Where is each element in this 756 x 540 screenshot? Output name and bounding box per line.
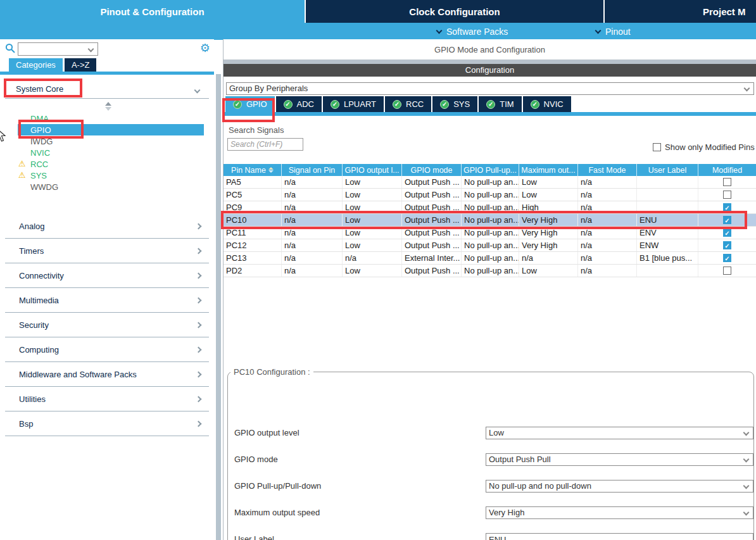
search-signals-input[interactable] xyxy=(227,138,303,151)
cell-modified: ✓ xyxy=(698,239,756,251)
modified-checkbox[interactable] xyxy=(723,178,731,186)
sidebar-category-connectivity[interactable]: Connectivity xyxy=(5,263,209,288)
sidebar-category-analog[interactable]: Analog xyxy=(5,214,209,239)
column-header-label: Pin Name xyxy=(231,166,266,175)
cell-signal-on-pin: n/a xyxy=(282,201,343,213)
category-system-core[interactable]: System Core xyxy=(16,84,63,94)
sort-icon[interactable] xyxy=(268,167,274,173)
cell-gpio-mode: Output Push ... xyxy=(402,214,462,226)
column-header-label: User Label xyxy=(648,166,686,175)
peripheral-tab-label: RCC xyxy=(406,99,424,109)
peripheral-tab-nvic[interactable]: ✓NVIC xyxy=(523,96,571,112)
table-row-pc12[interactable]: PC12n/aLowOutput Push ...No pull-up an..… xyxy=(224,239,756,252)
group-by-dropdown[interactable]: Group By Peripherals xyxy=(226,82,754,95)
peripheral-tab-label: NVIC xyxy=(544,99,564,109)
field-select-maximum-output-speed[interactable]: Very High xyxy=(486,506,753,519)
sidebar-item-dma[interactable]: DMA xyxy=(18,113,204,124)
sidebar-item-rcc[interactable]: ⚠RCC xyxy=(18,158,204,170)
sort-control-icon[interactable] xyxy=(105,102,111,111)
modified-checkbox[interactable] xyxy=(723,191,731,199)
sidebar-item-sys[interactable]: ⚠SYS xyxy=(18,170,204,181)
show-only-modified-pins[interactable]: Show only Modified Pins xyxy=(653,142,755,152)
table-row-pd2[interactable]: PD2n/aLowOutput Push ...No pull-up an...… xyxy=(224,265,756,277)
top-tab-pinout-configuration[interactable]: Pinout & Configuration xyxy=(0,0,305,23)
cell-fast-mode: n/a xyxy=(578,176,637,188)
column-header-gpio-pull-up[interactable]: GPIO Pull-up... xyxy=(462,164,519,176)
field-select-gpio-mode[interactable]: Output Push Pull xyxy=(486,453,753,466)
peripheral-tab-rcc[interactable]: ✓RCC xyxy=(385,96,431,112)
sidebar-tab-categories[interactable]: Categories xyxy=(9,58,63,72)
chevron-down-icon xyxy=(88,46,94,53)
table-row-pc13[interactable]: PC13n/an/aExternal Inter...No pull-up an… xyxy=(224,252,756,265)
sidebar-item-iwdg[interactable]: IWDG xyxy=(18,135,204,147)
cell-signal-on-pin: n/a xyxy=(282,227,343,239)
column-header-modified[interactable]: Modified xyxy=(698,164,756,176)
column-header-user-label[interactable]: User Label xyxy=(637,164,698,176)
column-header-fast-mode[interactable]: Fast Mode xyxy=(578,164,637,176)
sidebar-category-label: Computing xyxy=(19,345,59,355)
pc10-configuration-legend: PC10 Configuration : xyxy=(230,367,313,377)
column-header-gpio-output-l[interactable]: GPIO output l... xyxy=(343,164,402,176)
column-header-pin-name[interactable]: Pin Name xyxy=(224,164,282,176)
cell-maximum-out: Very High xyxy=(519,239,578,251)
modified-checkbox[interactable]: ✓ xyxy=(723,216,731,224)
gear-icon[interactable]: ⚙ xyxy=(200,41,210,56)
field-select-gpio-pull-up-pull-down[interactable]: No pull-up and no pull-down xyxy=(486,480,753,493)
show-only-modified-checkbox[interactable] xyxy=(653,143,661,151)
sidebar-category-middleware-and-software-packs[interactable]: Middleware and Software Packs xyxy=(5,362,209,387)
cell-pin-name: PC12 xyxy=(224,239,282,251)
peripherals-sidebar: ⚙ CategoriesA->Z System Core DMAGPIOIWDG… xyxy=(0,39,214,540)
ip-search-combobox[interactable] xyxy=(18,42,98,56)
cell-maximum-out: Very High xyxy=(519,227,578,239)
modified-checkbox[interactable]: ✓ xyxy=(723,229,731,237)
table-row-pc9[interactable]: PC9n/aLowOutput Push ...No pull-up an...… xyxy=(224,201,756,214)
show-only-modified-label: Show only Modified Pins xyxy=(665,142,755,152)
cell-gpio-pull-up: No pull-up an... xyxy=(462,227,519,239)
top-tab-project-m[interactable]: Project M xyxy=(605,0,756,23)
cell-fast-mode: n/a xyxy=(578,239,637,251)
top-tab-clock-configuration[interactable]: Clock Configuration xyxy=(306,0,603,23)
peripheral-tab-tim[interactable]: ✓TIM xyxy=(479,96,521,112)
cell-gpio-mode: External Inter... xyxy=(402,252,462,264)
sub-nav-pinout[interactable]: Pinout xyxy=(596,23,631,40)
modified-checkbox[interactable]: ✓ xyxy=(723,254,731,262)
sidebar-item-label: SYS xyxy=(30,171,47,180)
table-row-pc10[interactable]: PC10n/aLowOutput Push ...No pull-up an..… xyxy=(224,214,756,227)
sidebar-item-nvic[interactable]: NVIC xyxy=(18,147,204,158)
column-header-maximum-out[interactable]: Maximum out... xyxy=(519,164,578,176)
sidebar-category-multimedia[interactable]: Multimedia xyxy=(5,288,209,313)
mode-section-collapsed-bar[interactable] xyxy=(224,60,756,64)
sidebar-category-security[interactable]: Security xyxy=(5,313,209,337)
sidebar-category-computing[interactable]: Computing xyxy=(5,337,209,362)
field-label-user-label: User Label xyxy=(234,533,274,540)
sidebar-splitter[interactable] xyxy=(216,74,221,540)
modified-checkbox[interactable]: ✓ xyxy=(723,203,731,211)
table-header-row: Pin NameSignal on PinGPIO output l...GPI… xyxy=(224,164,756,176)
sidebar-tab-a-z[interactable]: A->Z xyxy=(65,58,97,72)
chevron-down-icon xyxy=(743,456,750,463)
field-input-user-label[interactable] xyxy=(486,533,753,540)
sidebar-item-gpio[interactable]: GPIO xyxy=(18,124,204,135)
column-header-signal-on-pin[interactable]: Signal on Pin xyxy=(282,164,343,176)
peripheral-tab-adc[interactable]: ✓ADC xyxy=(276,96,322,112)
cell-pin-name: PC10 xyxy=(224,214,282,226)
peripheral-tab-sys[interactable]: ✓SYS xyxy=(432,96,477,112)
sub-nav-software-packs[interactable]: Software Packs xyxy=(437,23,508,40)
modified-checkbox[interactable]: ✓ xyxy=(723,241,731,249)
cell-modified xyxy=(698,189,756,201)
sidebar-item-wwdg[interactable]: WWDG xyxy=(18,181,204,192)
table-row-pa5[interactable]: PA5n/aLowOutput Push ...No pull-up an...… xyxy=(224,176,756,189)
field-select-gpio-output-level[interactable]: Low xyxy=(486,427,753,439)
peripheral-tab-gpio[interactable]: ✓GPIO xyxy=(225,96,275,112)
column-header-label: GPIO output l... xyxy=(344,166,399,175)
table-row-pc11[interactable]: PC11n/aLowOutput Push ...No pull-up an..… xyxy=(224,227,756,239)
chevron-down-icon xyxy=(743,483,750,489)
sidebar-category-bsp[interactable]: Bsp xyxy=(5,411,209,436)
sidebar-category-utilities[interactable]: Utilities xyxy=(5,387,209,411)
peripheral-tab-lpuart[interactable]: ✓LPUART xyxy=(323,96,384,112)
table-row-pc5[interactable]: PC5n/aLowOutput Push ...No pull-up an...… xyxy=(224,189,756,201)
modified-checkbox[interactable] xyxy=(723,267,731,275)
field-value: No pull-up and no pull-down xyxy=(489,480,591,492)
column-header-gpio-mode[interactable]: GPIO mode xyxy=(402,164,462,176)
sidebar-category-timers[interactable]: Timers xyxy=(5,239,209,263)
